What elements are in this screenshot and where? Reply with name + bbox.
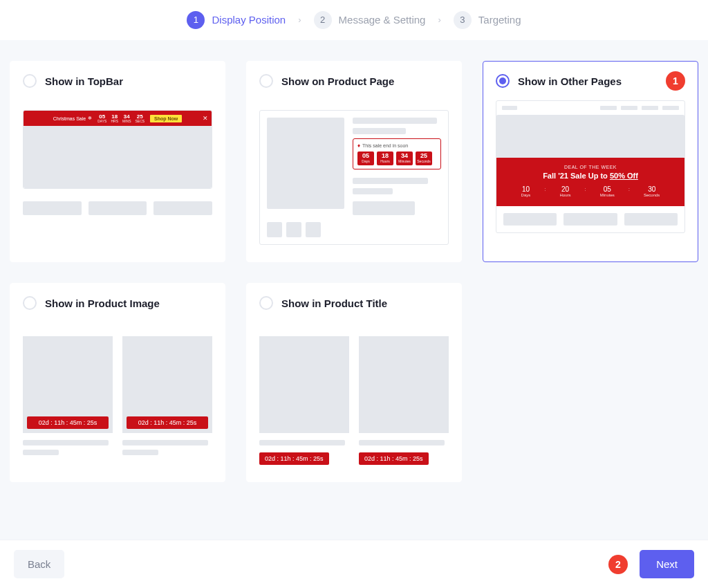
close-icon: ✕ [203,115,208,122]
snowflake-icon: ❄ [88,116,92,121]
preview-topbar-bar: Christmas Sale❄ 05DAYS 18HRS 34MINS 25SE… [24,111,212,126]
preview-product-title: 02d : 11h : 45m : 25s 02d : 11h : 45m : … [259,336,449,465]
option-other-pages[interactable]: Show in Other Pages 1 DEAL OF THE WEEK F… [483,61,698,262]
preview-product-image: 02d : 11h : 45m : 25s 02d : 11h : 45m : … [23,336,212,455]
step-1-number: 1 [187,11,205,29]
options-area: Show in TopBar Christmas Sale❄ 05DAYS 18… [0,40,708,540]
preview-topbar-cta: Shop Now [150,115,182,122]
step-3-number: 3 [454,11,472,29]
step-2-label: Message & Setting [339,14,426,26]
option-topbar[interactable]: Show in TopBar Christmas Sale❄ 05DAYS 18… [10,61,225,262]
preview-topbar: Christmas Sale❄ 05DAYS 18HRS 34MINS 25SE… [23,110,212,215]
option-topbar-title: Show in TopBar [45,75,123,87]
chevron-right-icon: › [438,15,440,25]
wizard-footer: Back 2 Next [0,540,708,588]
wizard-stepper: 1 Display Position › 2 Message & Setting… [0,0,708,40]
flame-icon: ♦ [357,143,360,149]
preview-product-page: ♦This sale end in soon 05Days 18Hours 34… [259,110,449,245]
step-3[interactable]: 3 Targeting [454,11,521,29]
annotation-1: 1 [666,71,685,91]
annotation-2: 2 [608,555,628,574]
option-other-pages-title: Show in Other Pages [518,75,622,87]
preview-other-pages: DEAL OF THE WEEK Fall '21 Sale Up to 50%… [496,100,685,233]
back-button[interactable]: Back [14,550,64,578]
radio-topbar[interactable] [23,74,37,88]
step-3-label: Targeting [478,14,521,26]
option-product-page-title: Show on Product Page [281,75,394,87]
step-1-label: Display Position [212,14,286,26]
option-product-image[interactable]: Show in Product Image 02d : 11h : 45m : … [10,283,225,482]
next-button[interactable]: Next [640,550,694,578]
option-product-title-title: Show in Product Title [281,297,387,309]
chevron-right-icon: › [298,15,301,25]
radio-product-title[interactable] [259,296,273,310]
radio-other-pages[interactable] [496,74,510,88]
option-product-image-title: Show in Product Image [45,297,160,309]
step-2[interactable]: 2 Message & Setting [314,11,426,29]
radio-product-page[interactable] [259,74,273,88]
step-1[interactable]: 1 Display Position [187,11,286,29]
option-product-page[interactable]: Show on Product Page ♦This sale end in s… [246,61,462,262]
preview-countdown-box: ♦This sale end in soon 05Days 18Hours 34… [353,138,441,169]
step-2-number: 2 [314,11,332,29]
option-product-title[interactable]: Show in Product Title 02d : 11h : 45m : … [246,283,462,482]
radio-product-image[interactable] [23,296,37,310]
